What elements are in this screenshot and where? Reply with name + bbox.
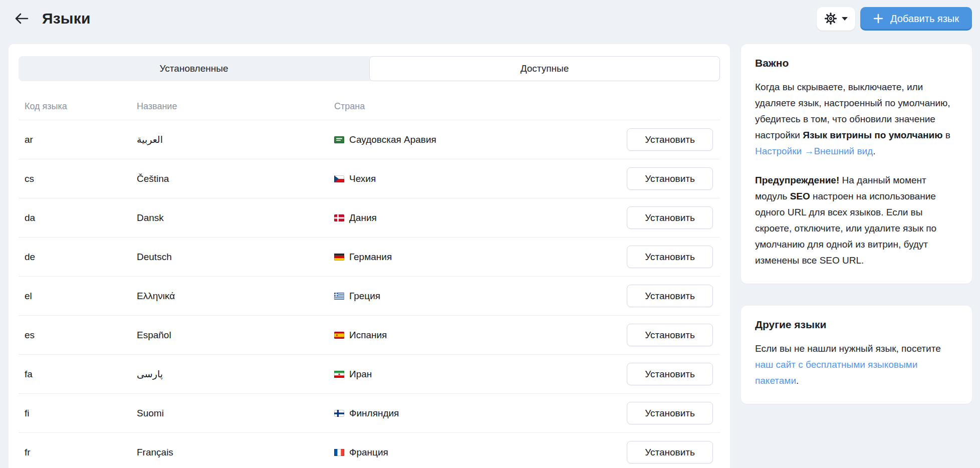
tab-label: Установленные (160, 63, 228, 74)
tab-label: Доступные (521, 63, 569, 74)
table-row: daDanskДанияУстановить (19, 198, 720, 238)
install-button[interactable]: Установить (627, 324, 713, 346)
page-title: Языки (42, 10, 91, 27)
country-name: Чехия (349, 173, 376, 184)
table-row: esEspañolИспанияУстановить (19, 316, 720, 355)
flag-gr-icon (334, 293, 344, 300)
install-button[interactable]: Установить (627, 285, 713, 307)
language-code-cell: da (19, 212, 131, 223)
settings-dropdown-button[interactable] (817, 7, 855, 31)
install-button[interactable]: Установить (627, 441, 713, 463)
languages-tabs: УстановленныеДоступные (19, 56, 720, 81)
install-button[interactable]: Установить (627, 167, 713, 190)
country-name: Испания (349, 330, 387, 341)
country-cell: Греция (328, 291, 627, 302)
country-name: Германия (349, 252, 392, 263)
country-name: Саудовская Аравия (349, 134, 436, 145)
actions-cell: Установить (627, 402, 720, 424)
install-button[interactable]: Установить (627, 402, 713, 424)
flag-cz-icon (334, 175, 344, 182)
country-name: Иран (349, 369, 372, 380)
language-code-cell: de (19, 252, 131, 263)
language-code-cell: cs (19, 173, 131, 184)
important-paragraph-2: Предупреждение! На данный момент модуль … (755, 172, 958, 269)
other-languages-paragraph: Если вы не нашли нужный язык, посетите н… (755, 341, 958, 389)
language-code-cell: fi (19, 408, 131, 419)
table-body: arالعربيةСаудовская АравияУстановитьcsČe… (19, 120, 720, 468)
actions-cell: Установить (627, 167, 720, 190)
install-button[interactable]: Установить (627, 206, 713, 229)
important-card: Важно Когда вы скрываете, выключаете, ил… (741, 44, 972, 284)
install-button[interactable]: Установить (627, 128, 713, 151)
bold-text: SEO (790, 191, 810, 201)
language-code-cell: es (19, 330, 131, 341)
table-header-row: Код языкаНазваниеСтрана (19, 101, 720, 120)
plus-icon (873, 14, 883, 24)
language-code-cell: fr (19, 447, 131, 458)
actions-cell: Установить (627, 206, 720, 229)
flag-dk-icon (334, 214, 344, 221)
country-cell: Финляндия (328, 408, 627, 419)
gear-icon (824, 12, 837, 25)
country-cell: Иран (328, 369, 627, 380)
tab-installed[interactable]: Установленные (19, 56, 369, 81)
actions-cell: Установить (627, 441, 720, 463)
country-name: Греция (349, 291, 380, 302)
sidebar: Важно Когда вы скрываете, выключаете, ил… (741, 44, 972, 404)
language-name-cell: Deutsch (131, 252, 328, 263)
add-language-label: Добавить язык (890, 13, 959, 25)
language-code-cell: ar (19, 134, 131, 145)
column-header: Название (131, 101, 328, 112)
flag-es-icon (334, 332, 344, 339)
table-row: deDeutschГерманияУстановить (19, 238, 720, 277)
languages-card: УстановленныеДоступные Код языкаНазвание… (9, 44, 730, 468)
bold-text: Язык витрины по умолчанию (803, 130, 942, 140)
country-cell: Франция (328, 447, 627, 458)
language-name-cell: Suomi (131, 408, 328, 419)
bold-text: Предупреждение! (755, 175, 839, 185)
actions-cell: Установить (627, 324, 720, 346)
flag-fr-icon (334, 449, 344, 456)
table-row: frFrançaisФранцияУстановить (19, 433, 720, 468)
column-header: Код языка (19, 101, 131, 112)
tab-available[interactable]: Доступные (369, 56, 720, 81)
back-button[interactable] (11, 9, 32, 28)
table-row: csČeštinaЧехияУстановить (19, 159, 720, 198)
table-row: faپارسیИранУстановить (19, 355, 720, 394)
language-name-cell: Dansk (131, 212, 328, 223)
country-cell: Чехия (328, 173, 627, 184)
language-name-cell: Čeština (131, 173, 328, 184)
available-languages-table: Код языкаНазваниеСтрана arالعربيةСаудовс… (19, 101, 720, 468)
important-paragraph-1: Когда вы скрываете, выключаете, или удал… (755, 79, 958, 159)
chevron-down-icon (842, 17, 848, 21)
install-button[interactable]: Установить (627, 363, 713, 385)
flag-de-icon (334, 254, 344, 261)
actions-cell: Установить (627, 285, 720, 307)
language-name-cell: العربية (131, 134, 328, 145)
table-row: fiSuomiФинляндияУстановить (19, 394, 720, 433)
actions-cell: Установить (627, 246, 720, 268)
column-header: Страна (328, 101, 627, 112)
flag-ir-icon (334, 371, 344, 378)
language-code-cell: el (19, 291, 131, 302)
language-code-cell: fa (19, 369, 131, 380)
top-bar: Языки Добавить язы (0, 0, 980, 37)
actions-cell: Установить (627, 128, 720, 151)
language-name-cell: Español (131, 330, 328, 341)
language-packs-link[interactable]: наш сайт с бесплатными языковыми пакетам… (755, 359, 917, 386)
add-language-button[interactable]: Добавить язык (860, 7, 972, 31)
country-cell: Саудовская Аравия (328, 134, 627, 145)
content-area: УстановленныеДоступные Код языкаНазвание… (0, 37, 980, 468)
country-name: Франция (349, 447, 388, 458)
arrow-left-icon (14, 12, 29, 25)
country-name: Финляндия (349, 408, 399, 419)
other-languages-title: Другие языки (755, 319, 958, 331)
country-cell: Испания (328, 330, 627, 341)
install-button[interactable]: Установить (627, 246, 713, 268)
important-card-title: Важно (755, 57, 958, 69)
settings-appearance-link[interactable]: Настройки →Внешний вид (755, 146, 873, 156)
table-row: elΕλληνικάГрецияУстановить (19, 277, 720, 316)
topbar-actions: Добавить язык (817, 7, 972, 31)
country-name: Дания (349, 212, 377, 223)
language-name-cell: Français (131, 447, 328, 458)
